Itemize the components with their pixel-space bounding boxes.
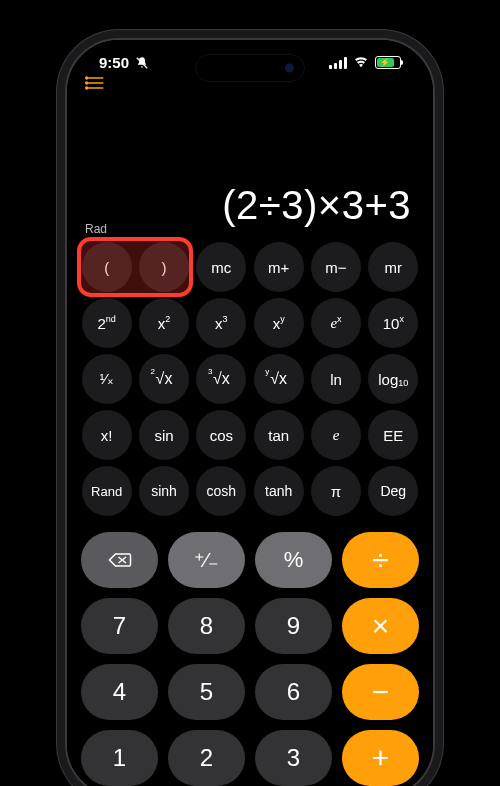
mr-button[interactable]: mr — [368, 242, 418, 292]
divide-button[interactable]: ÷ — [342, 532, 419, 588]
status-time: 9:50 — [99, 54, 129, 71]
silent-icon — [135, 56, 149, 70]
backspace-button[interactable] — [81, 532, 158, 588]
svg-point-5 — [86, 82, 88, 84]
x-squared-button[interactable]: x2 — [139, 298, 189, 348]
digit-1-button[interactable]: 1 — [81, 730, 158, 786]
log10-button[interactable]: log10 — [368, 354, 418, 404]
mplus-button[interactable]: m+ — [254, 242, 304, 292]
multiply-button[interactable]: × — [342, 598, 419, 654]
right-paren-button[interactable]: ) — [139, 242, 189, 292]
wifi-icon — [353, 54, 369, 71]
left-paren-button[interactable]: ( — [82, 242, 132, 292]
svg-point-6 — [86, 87, 88, 89]
sin-button[interactable]: sin — [139, 410, 189, 460]
expression: (2÷3)×3+3 — [222, 183, 411, 228]
e-pow-x-button[interactable]: ex — [311, 298, 361, 348]
mc-button[interactable]: mc — [196, 242, 246, 292]
ten-pow-x-button[interactable]: 10x — [368, 298, 418, 348]
cosh-button[interactable]: cosh — [196, 466, 246, 516]
cellular-icon — [329, 57, 347, 69]
dynamic-island — [195, 54, 305, 82]
svg-point-4 — [86, 77, 88, 79]
factorial-button[interactable]: x! — [82, 410, 132, 460]
tanh-button[interactable]: tanh — [254, 466, 304, 516]
phone-frame: 9:50 ⚡ (2÷3)×3+3 Rad — [65, 38, 435, 786]
minus-button[interactable]: − — [342, 664, 419, 720]
digit-6-button[interactable]: 6 — [255, 664, 332, 720]
screen: 9:50 ⚡ (2÷3)×3+3 Rad — [67, 40, 433, 786]
reciprocal-button[interactable]: ¹⁄ₓ — [82, 354, 132, 404]
digit-4-button[interactable]: 4 — [81, 664, 158, 720]
digit-8-button[interactable]: 8 — [168, 598, 245, 654]
cuberoot-button[interactable]: 3√x — [196, 354, 246, 404]
ee-button[interactable]: EE — [368, 410, 418, 460]
plus-button[interactable]: + — [342, 730, 419, 786]
digit-9-button[interactable]: 9 — [255, 598, 332, 654]
plus-minus-button[interactable]: ⁺⁄₋ — [168, 532, 245, 588]
yroot-button[interactable]: y√x — [254, 354, 304, 404]
cos-button[interactable]: cos — [196, 410, 246, 460]
x-cubed-button[interactable]: x3 — [196, 298, 246, 348]
scientific-keypad: ( ) mc m+ m− mr 2nd x2 x3 xy ex 10x ¹⁄ₓ … — [81, 242, 419, 516]
ln-button[interactable]: ln — [311, 354, 361, 404]
sinh-button[interactable]: sinh — [139, 466, 189, 516]
tan-button[interactable]: tan — [254, 410, 304, 460]
battery-icon: ⚡ — [375, 56, 401, 69]
mminus-button[interactable]: m− — [311, 242, 361, 292]
second-button[interactable]: 2nd — [82, 298, 132, 348]
e-button[interactable]: e — [311, 410, 361, 460]
digit-2-button[interactable]: 2 — [168, 730, 245, 786]
percent-button[interactable]: % — [255, 532, 332, 588]
digit-3-button[interactable]: 3 — [255, 730, 332, 786]
display: (2÷3)×3+3 — [81, 96, 419, 228]
rand-button[interactable]: Rand — [82, 466, 132, 516]
sqrt-button[interactable]: 2√x — [139, 354, 189, 404]
digit-7-button[interactable]: 7 — [81, 598, 158, 654]
angle-mode-label: Rad — [85, 222, 107, 236]
pi-button[interactable]: π — [311, 466, 361, 516]
x-pow-y-button[interactable]: xy — [254, 298, 304, 348]
list-icon[interactable] — [85, 75, 105, 96]
main-keypad: ⁺⁄₋ % ÷ 7 8 9 × 4 5 6 − 1 2 3 + 0 . = — [81, 532, 419, 786]
deg-button[interactable]: Deg — [368, 466, 418, 516]
digit-5-button[interactable]: 5 — [168, 664, 245, 720]
